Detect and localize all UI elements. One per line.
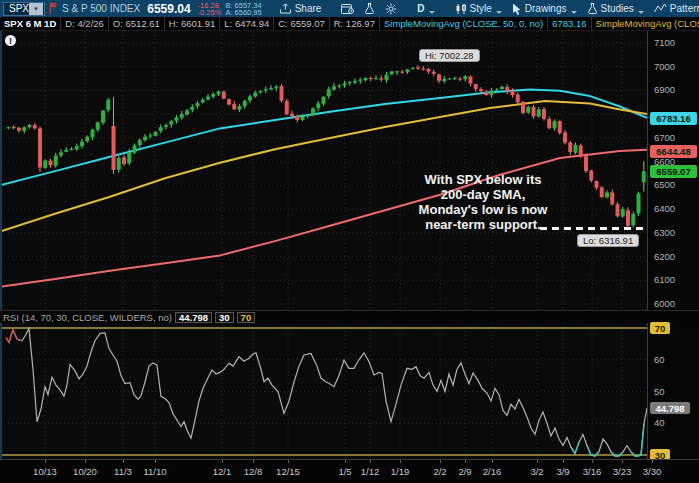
time-axis-tick: [85, 460, 86, 463]
style-button[interactable]: Style: [452, 1, 505, 16]
panel-left-strip: [0, 323, 2, 459]
candle: [154, 132, 158, 136]
chart-warning-icon[interactable]: !: [5, 35, 16, 46]
alert-flag-icon[interactable]: [49, 2, 58, 16]
candle: [568, 142, 572, 152]
header-low: L: 6474.94: [220, 17, 274, 30]
price-chart-canvas[interactable]: [0, 31, 647, 310]
studies-flask-icon: [587, 3, 598, 14]
candle: [390, 71, 394, 74]
candle: [385, 75, 389, 80]
candle: [369, 78, 373, 79]
candle: [595, 181, 599, 188]
candle: [280, 86, 284, 101]
candle: [295, 116, 299, 120]
last-price: 6559.04: [147, 2, 190, 16]
rsi-axis[interactable]: 605040703044.798: [647, 323, 699, 459]
candle: [316, 103, 320, 108]
timeframe-button[interactable]: D: [414, 1, 437, 16]
candle: [106, 100, 110, 110]
candle: [75, 146, 79, 149]
header-range: R: 126.97: [330, 17, 380, 30]
rsi-study-label[interactable]: RSI (14, 70, 30, CLOSE, WILDERS, no): [3, 312, 172, 323]
header-open: O: 6512.61: [109, 17, 165, 30]
time-axis-label: 10/13: [25, 466, 65, 477]
symbol-dropdown-button[interactable]: ▼: [29, 3, 43, 15]
candle: [253, 93, 257, 97]
candle: [54, 156, 58, 166]
candle: [117, 158, 121, 170]
symbol-input[interactable]: SPX ▼: [3, 2, 45, 16]
time-axis-tick: [622, 460, 623, 463]
candle: [395, 71, 399, 72]
annotation-text[interactable]: With SPX below its 200-day SMA, Monday's…: [393, 172, 573, 232]
candle: [43, 160, 47, 168]
candle: [201, 100, 205, 103]
chart-style-icon: [455, 3, 467, 15]
candle: [458, 79, 462, 80]
candle: [85, 137, 89, 142]
calendar-clock-icon: [341, 3, 354, 14]
share-icon: [279, 3, 292, 14]
share-button[interactable]: Share: [276, 1, 325, 16]
rsi-chart-canvas[interactable]: [0, 323, 647, 459]
drawings-button[interactable]: Drawings: [509, 1, 580, 16]
rsi-value-bubble: 44.798: [650, 402, 690, 414]
change-stack: -16.28 -0.25%: [198, 2, 222, 16]
sma50-study-label[interactable]: SimpleMovingAvg (CLOSE, 50, 0, no): [380, 17, 548, 30]
change-percent: -0.25%: [198, 9, 222, 16]
candle: [49, 161, 53, 165]
time-axis-tick: [465, 460, 466, 463]
candle: [642, 171, 646, 182]
time-axis-tick: [123, 460, 124, 463]
time-axis-tick: [253, 460, 254, 463]
studies-button[interactable]: Studies: [584, 1, 647, 16]
candle: [427, 69, 431, 72]
candle: [364, 78, 368, 80]
candle: [511, 91, 515, 95]
candle: [264, 89, 268, 90]
candle: [505, 87, 509, 91]
candle: [584, 156, 588, 171]
annotation-line: 200-day SMA,: [393, 187, 573, 202]
candle: [516, 95, 520, 103]
patterns-button[interactable]: Patterns: [651, 1, 699, 16]
candle: [463, 76, 467, 79]
time-axis-tick: [155, 460, 156, 463]
candle: [500, 87, 504, 89]
time-axis-tick: [400, 460, 401, 463]
candle: [101, 111, 105, 123]
style-label: Style: [470, 3, 492, 14]
candle: [563, 132, 567, 142]
quick-study-button[interactable]: [361, 1, 378, 16]
candle: [379, 78, 383, 79]
bid-ask-stack: B: 6557.34 A: 6560.95: [225, 2, 261, 16]
time-axis[interactable]: 10/1310/2011/311/1012/112/812/151/51/121…: [0, 459, 699, 483]
candle: [600, 187, 604, 197]
price-axis-bubble: 6559.07: [650, 165, 697, 178]
drawings-label: Drawings: [525, 3, 567, 14]
candle: [306, 115, 310, 116]
ask-value: A: 6560.95: [225, 9, 261, 16]
chart-header-row: SPX 6 M 1D D: 4/2/26 O: 6512.61 H: 6601.…: [0, 17, 699, 31]
candle: [12, 127, 16, 128]
time-axis-label: 11/10: [135, 466, 175, 477]
candle: [322, 97, 326, 104]
candle: [17, 128, 21, 131]
rsi-axis-label: 40: [654, 417, 665, 428]
chart-settings-button[interactable]: [382, 1, 400, 16]
calendar-events-button[interactable]: [338, 1, 357, 16]
candle: [542, 109, 546, 119]
candle: [358, 80, 362, 81]
time-axis-tick: [370, 460, 371, 463]
candle: [33, 125, 37, 128]
panel-left-strip: [0, 31, 2, 310]
symbol-value[interactable]: SPX: [4, 3, 29, 14]
price-axis-label: 6000: [654, 298, 675, 309]
candle: [175, 117, 179, 120]
flask-icon: [364, 3, 375, 14]
candle: [180, 114, 184, 118]
sma100-study-label[interactable]: SimpleMovingAvg (CLOSE, 100, 0, no): [592, 17, 699, 30]
candle: [348, 82, 352, 83]
price-axis[interactable]: 7100700069006700660065006400630062006100…: [647, 31, 699, 310]
